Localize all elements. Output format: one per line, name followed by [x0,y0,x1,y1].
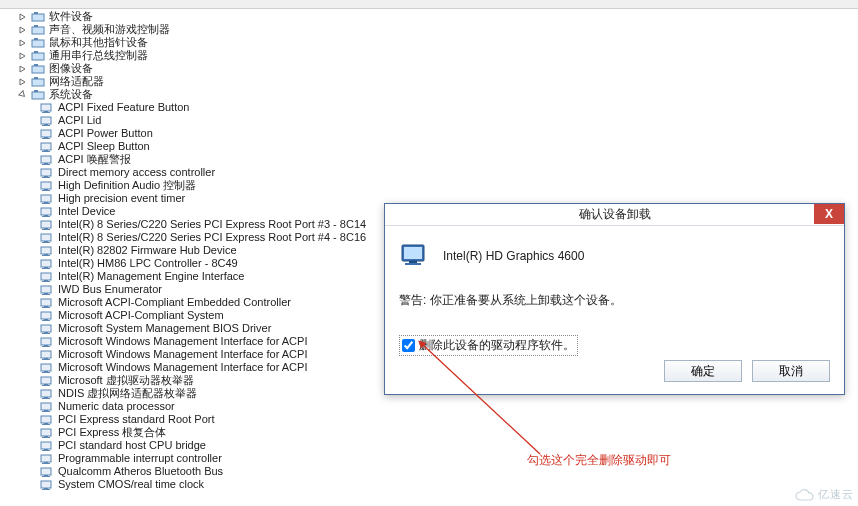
device-name-label: Intel(R) HD Graphics 4600 [443,249,584,263]
tree-device-item[interactable]: ACPI Power Button [4,127,444,140]
tree-category[interactable]: 系统设备 [4,88,444,101]
tree-device-item[interactable]: Intel Device [4,205,444,218]
cancel-button[interactable]: 取消 [752,360,830,382]
svg-rect-60 [44,306,48,307]
tree-device-item[interactable]: Programmable interrupt controller [4,452,444,465]
tree-device-item[interactable]: Microsoft 虚拟驱动器枚举器 [4,374,444,387]
display-adapter-icon [399,240,431,272]
svg-rect-97 [42,463,50,464]
svg-rect-21 [44,137,48,138]
system-device-icon [40,466,54,478]
system-device-icon [40,180,54,192]
tree-device-item[interactable]: System CMOS/real time clock [4,478,444,491]
tree-device-item[interactable]: ACPI Sleep Button [4,140,444,153]
svg-rect-42 [44,228,48,229]
tree-device-item[interactable]: NDIS 虚拟网络适配器枚举器 [4,387,444,400]
ok-button[interactable]: 确定 [664,360,742,382]
svg-rect-9 [34,64,38,66]
tree-device-item[interactable]: Numeric data processor [4,400,444,413]
tree-device-item[interactable]: Microsoft System Management BIOS Driver [4,322,444,335]
svg-rect-66 [44,332,48,333]
svg-rect-94 [42,450,50,451]
svg-rect-46 [42,242,50,243]
tree-device-item[interactable]: PCI Express 根复合体 [4,426,444,439]
tree-device-item[interactable]: Microsoft Windows Management Interface f… [4,348,444,361]
expand-arrow-icon[interactable] [18,12,27,21]
svg-rect-15 [44,111,48,112]
svg-rect-1 [34,12,38,14]
expand-arrow-icon[interactable] [18,51,27,60]
tree-device-item[interactable]: High Definition Audio 控制器 [4,179,444,192]
tree-device-label: Qualcomm Atheros Bluetooth Bus [58,465,223,478]
expand-arrow-icon[interactable] [18,64,27,73]
category-icon [31,89,45,101]
svg-rect-26 [41,156,51,163]
tree-device-item[interactable]: Intel(R) 8 Series/C220 Series PCI Expres… [4,218,444,231]
tree-category[interactable]: 声音、视频和游戏控制器 [4,23,444,36]
svg-rect-39 [44,215,48,216]
svg-rect-65 [41,325,51,332]
delete-driver-checkbox[interactable] [402,339,415,352]
system-device-icon [40,323,54,335]
tree-device-label: Microsoft Windows Management Interface f… [58,335,307,348]
svg-rect-30 [44,176,48,177]
tree-device-item[interactable]: PCI standard host CPU bridge [4,439,444,452]
tree-device-label: Microsoft Windows Management Interface f… [58,361,307,374]
tree-device-item[interactable]: ACPI Lid [4,114,444,127]
svg-rect-53 [41,273,51,280]
tree-device-item[interactable]: High precision event timer [4,192,444,205]
tree-device-label: NDIS 虚拟网络适配器枚举器 [58,387,197,400]
tree-device-item[interactable]: ACPI 唤醒警报 [4,153,444,166]
svg-rect-50 [41,260,51,267]
svg-rect-54 [44,280,48,281]
close-button[interactable]: X [814,204,844,224]
expand-arrow-icon[interactable] [18,25,27,34]
expand-arrow-icon[interactable] [18,38,27,47]
dialog-title-bar[interactable]: 确认设备卸载 X [385,204,844,226]
svg-rect-16 [42,112,50,113]
svg-rect-86 [41,416,51,423]
tree-device-item[interactable]: Direct memory access controller [4,166,444,179]
category-icon [31,50,45,62]
svg-rect-35 [41,195,51,202]
tree-category[interactable]: 图像设备 [4,62,444,75]
svg-rect-11 [34,77,38,79]
tree-device-item[interactable]: PCI Express standard Root Port [4,413,444,426]
tree-category[interactable]: 鼠标和其他指针设备 [4,36,444,49]
svg-rect-62 [41,312,51,319]
tree-category[interactable]: 通用串行总线控制器 [4,49,444,62]
svg-rect-55 [42,281,50,282]
tree-category-label: 声音、视频和游戏控制器 [49,23,170,36]
expand-arrow-icon[interactable] [18,90,27,99]
tree-device-item[interactable]: Intel(R) Management Engine Interface [4,270,444,283]
expand-arrow-icon[interactable] [18,77,27,86]
tree-category[interactable]: 网络适配器 [4,75,444,88]
tree-device-item[interactable]: Microsoft ACPI-Compliant System [4,309,444,322]
tree-device-item[interactable]: Microsoft Windows Management Interface f… [4,335,444,348]
tree-device-item[interactable]: Microsoft ACPI-Compliant Embedded Contro… [4,296,444,309]
svg-rect-64 [42,320,50,321]
tree-device-item[interactable]: Intel(R) HM86 LPC Controller - 8C49 [4,257,444,270]
svg-rect-96 [44,462,48,463]
svg-rect-59 [41,299,51,306]
tree-device-item[interactable]: Microsoft Windows Management Interface f… [4,361,444,374]
tree-device-item[interactable]: Qualcomm Atheros Bluetooth Bus [4,465,444,478]
system-device-icon [40,362,54,374]
tree-category-label: 网络适配器 [49,75,104,88]
svg-rect-28 [42,164,50,165]
svg-rect-32 [41,182,51,189]
system-device-icon [40,271,54,283]
system-device-icon [40,206,54,218]
system-device-icon [40,453,54,465]
tree-device-item[interactable]: Intel(R) 82802 Firmware Hub Device [4,244,444,257]
tree-category-label: 图像设备 [49,62,93,75]
system-device-icon [40,232,54,244]
tree-category[interactable]: 软件设备 [4,10,444,23]
svg-rect-41 [41,221,51,228]
tree-device-item[interactable]: IWD Bus Enumerator [4,283,444,296]
svg-rect-48 [44,254,48,255]
svg-rect-81 [44,397,48,398]
delete-driver-checkbox-row[interactable]: 删除此设备的驱动程序软件。 [399,335,578,356]
tree-device-item[interactable]: ACPI Fixed Feature Button [4,101,444,114]
tree-device-item[interactable]: Intel(R) 8 Series/C220 Series PCI Expres… [4,231,444,244]
